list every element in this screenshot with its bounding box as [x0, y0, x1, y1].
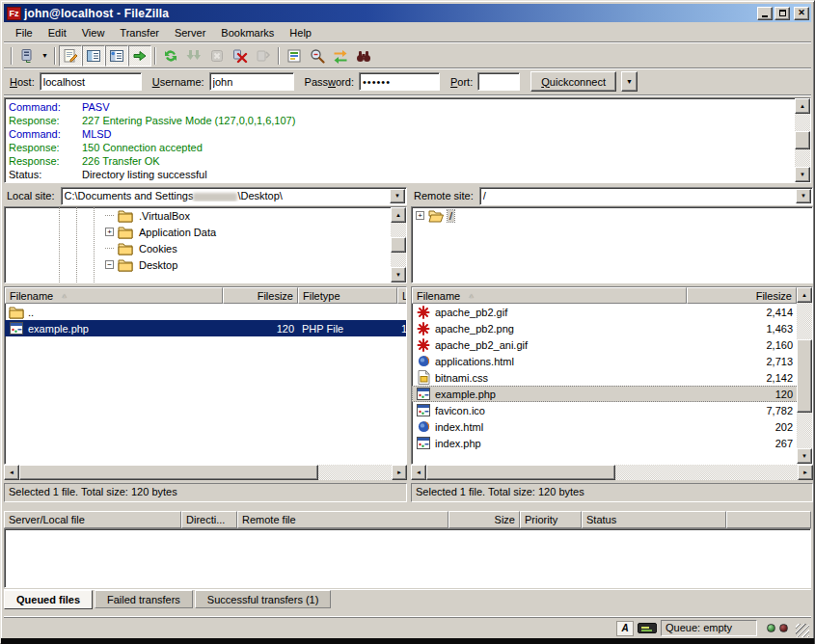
tree-item[interactable]: Cookies — [5, 240, 406, 256]
local-list-hscrollbar[interactable]: ◄ ► — [4, 465, 407, 480]
menu-item-bookmarks[interactable]: Bookmarks — [213, 25, 282, 40]
log-scrollbar-thumb[interactable] — [795, 131, 810, 149]
tab-failed-transfers[interactable]: Failed transfers — [95, 590, 193, 608]
scroll-up-icon[interactable]: ▲ — [795, 98, 810, 114]
menu-item-edit[interactable]: Edit — [41, 25, 74, 40]
scroll-down-icon[interactable]: ▼ — [795, 167, 810, 182]
remote-list-scrollbar[interactable]: ▲ ▼ — [797, 287, 812, 464]
transfer-type-icon[interactable]: A — [616, 621, 634, 636]
queue-column-serverlocalfile[interactable]: Server/Local file — [4, 511, 181, 528]
remote-scrollbar-thumb[interactable] — [797, 339, 812, 413]
file-row[interactable]: apache_pb2.gif2,414 — [412, 304, 812, 320]
menu-item-server[interactable]: Server — [167, 25, 213, 40]
find-files-button[interactable] — [352, 45, 375, 67]
queue-column-remotefile[interactable]: Remote file — [237, 511, 448, 528]
tree-item[interactable]: −Desktop — [5, 256, 406, 273]
tree-item[interactable]: +Application Data — [5, 224, 406, 240]
site-manager-button[interactable] — [15, 45, 39, 67]
scroll-down-icon[interactable]: ▼ — [797, 448, 812, 464]
site-manager-dropdown-button[interactable]: ▼ — [39, 45, 51, 67]
file-row[interactable]: .. — [5, 304, 406, 320]
local-site-dropdown-button[interactable]: ▼ — [390, 189, 405, 203]
tab-successful-transfers-[interactable]: Successful transfers (1) — [195, 590, 332, 608]
menu-item-file[interactable]: File — [8, 25, 41, 40]
file-row[interactable]: bitnami.css2,142 — [412, 369, 812, 386]
directory-comparison-button[interactable] — [306, 45, 329, 67]
menu-item-help[interactable]: Help — [282, 25, 319, 40]
column-header-filesize[interactable]: Filesize — [687, 287, 797, 304]
refresh-button[interactable] — [159, 45, 182, 67]
expand-icon[interactable]: + — [105, 228, 114, 236]
remote-site-dropdown-button[interactable]: ▼ — [796, 189, 811, 203]
file-row[interactable]: applications.html2,713 — [412, 353, 812, 369]
username-input[interactable] — [209, 72, 294, 91]
synchronized-browsing-button[interactable] — [329, 45, 352, 67]
file-row[interactable]: example.php120 — [412, 386, 812, 402]
file-cell-type: PHP File — [298, 320, 397, 336]
local-tree-scrollbar-thumb[interactable] — [391, 237, 406, 253]
queue-column-priority[interactable]: Priority — [520, 511, 582, 528]
file-cell-size: 7,782 — [687, 402, 797, 418]
expand-icon[interactable]: + — [416, 211, 424, 220]
refresh-icon — [163, 48, 178, 64]
remote-hscrollbar-thumb[interactable] — [426, 465, 615, 480]
disconnect-button[interactable] — [229, 45, 252, 67]
local-hscrollbar-thumb[interactable] — [19, 465, 318, 480]
column-header-filename[interactable]: Filename▲ — [412, 287, 687, 304]
speed-limits-icon[interactable] — [638, 623, 657, 633]
queue-column-size[interactable]: Size — [448, 511, 520, 528]
column-header-filetype[interactable]: Filetype — [298, 287, 397, 304]
file-row[interactable]: apache_pb2_ani.gif2,160 — [412, 336, 812, 353]
toggle-queue-button[interactable] — [128, 45, 151, 67]
filter-button[interactable] — [283, 45, 306, 67]
password-input[interactable] — [359, 72, 440, 91]
file-row[interactable]: example.php120PHP File1 — [5, 320, 406, 336]
file-row[interactable]: index.php267 — [412, 435, 812, 451]
quickconnect-dropdown-button[interactable]: ▼ — [621, 71, 638, 92]
scroll-up-icon[interactable]: ▲ — [391, 207, 406, 223]
php-icon — [9, 321, 24, 335]
tree-item-label: / — [448, 210, 454, 222]
collapse-icon[interactable]: − — [105, 260, 114, 269]
quickconnect-button[interactable]: Quickconnect — [530, 71, 616, 92]
scroll-up-icon[interactable]: ▲ — [797, 287, 812, 303]
tab-queued-files[interactable]: Queued files — [4, 590, 93, 609]
scroll-down-icon[interactable]: ▼ — [391, 267, 406, 282]
column-header-filename[interactable]: Filename▲ — [5, 287, 223, 304]
column-header-l[interactable]: L — [397, 287, 407, 304]
local-tree-scrollbar[interactable]: ▲ ▼ — [391, 207, 406, 282]
file-row[interactable]: favicon.ico7,782 — [412, 402, 812, 418]
toggle-local-tree-button[interactable] — [82, 45, 105, 67]
menu-item-view[interactable]: View — [74, 25, 113, 40]
file-row[interactable]: index.html202 — [412, 418, 812, 435]
host-input[interactable] — [40, 72, 142, 91]
message-log: Command:PASVResponse:227 Entering Passiv… — [4, 97, 811, 183]
scroll-right-icon[interactable]: ► — [392, 465, 407, 480]
tree-item[interactable]: +/ — [412, 207, 812, 224]
menu-item-transfer[interactable]: Transfer — [112, 25, 167, 40]
remote-site-combobox[interactable]: / ▼ — [479, 187, 813, 205]
scroll-left-icon[interactable]: ◄ — [4, 465, 19, 480]
scroll-right-icon[interactable]: ► — [798, 465, 813, 480]
file-cell-name: favicon.ico — [412, 402, 687, 418]
file-row[interactable]: apache_pb2.png1,463 — [412, 320, 812, 336]
column-header-filesize[interactable]: Filesize — [223, 287, 298, 304]
log-scrollbar[interactable]: ▲ ▼ — [795, 98, 810, 182]
queue-column-directi[interactable]: Directi... — [181, 511, 237, 528]
resize-grip[interactable] — [796, 624, 809, 637]
close-button[interactable]: ✕ — [794, 7, 809, 20]
port-input[interactable] — [477, 72, 520, 91]
maximize-button[interactable] — [774, 7, 790, 20]
scroll-left-icon[interactable]: ◄ — [411, 465, 426, 480]
log-line: Response:227 Entering Passive Mode (127,… — [9, 114, 793, 127]
remote-list-hscrollbar[interactable]: ◄ ► — [411, 465, 813, 480]
file-cell-size: 120 — [687, 386, 797, 402]
toggle-remote-tree-button[interactable] — [105, 45, 128, 67]
queue-column-status[interactable]: Status — [582, 511, 726, 528]
tree-item[interactable]: .VirtualBox — [5, 207, 406, 224]
minimize-icon — [762, 15, 768, 17]
file-cell-name: bitnami.css — [412, 369, 687, 386]
minimize-button[interactable] — [757, 7, 773, 20]
toggle-log-button[interactable] — [59, 45, 82, 67]
local-site-combobox[interactable]: C:\Documents and Settings\Desktop\ ▼ — [61, 187, 407, 205]
